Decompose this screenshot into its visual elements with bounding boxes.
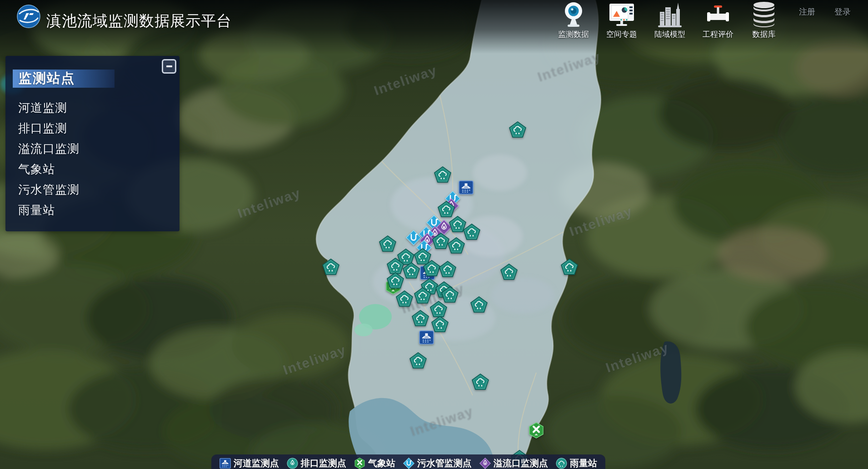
legend-item-weather: 气象站 (354, 457, 395, 469)
map-marker-rain[interactable] (412, 310, 429, 328)
legend-label: 雨量站 (570, 457, 597, 469)
map-marker-rain[interactable] (431, 316, 449, 334)
sewage-pipe-icon (403, 458, 414, 469)
legend-label: 溢流口监测点 (494, 457, 548, 469)
database-icon (751, 1, 777, 28)
overflow-outlet-icon (479, 458, 491, 469)
weather-station-icon (354, 458, 365, 469)
map-marker-rain[interactable] (439, 261, 456, 279)
panel-item-list: 河道监测 排口监测 溢流口监测 气象站 污水管监测 雨量站 (5, 98, 180, 220)
map-marker-rain[interactable] (470, 296, 488, 314)
nav-label: 数据库 (753, 29, 776, 40)
panel-item-rain-gauge-station[interactable]: 雨量站 (5, 200, 180, 220)
login-link[interactable]: 登录 (834, 6, 851, 17)
panel-item-sewage-pipe-monitoring[interactable]: 污水管监测 (5, 180, 180, 200)
outlet-monitoring-icon (287, 458, 298, 469)
panel-item-overflow-monitoring[interactable]: 溢流口监测 (5, 139, 180, 159)
legend-label: 河道监测点 (234, 457, 279, 469)
legend-label: 排口监测点 (301, 457, 346, 469)
register-link[interactable]: 注册 (799, 6, 815, 17)
map-marker-rain[interactable] (472, 374, 489, 392)
map-marker-rain[interactable] (409, 352, 427, 370)
nav-label: 监测数据 (558, 29, 589, 40)
page-title: 滇池流域监测数据展示平台 (46, 11, 232, 31)
map-marker-rain[interactable] (463, 224, 480, 242)
map-marker-rain[interactable] (509, 121, 526, 140)
map-marker-rain[interactable] (414, 287, 431, 305)
panel-title: 监测站点 (19, 70, 75, 88)
nav-label: 工程评价 (703, 29, 733, 40)
valve-icon (706, 1, 730, 28)
legend-item-rain: 雨量站 (556, 457, 597, 469)
legend-label: 污水管监测点 (417, 457, 472, 469)
webcam-icon (561, 1, 586, 28)
auth-links: 注册 登录 (799, 6, 851, 17)
map-marker-rain[interactable] (423, 260, 440, 278)
nav-label: 空间专题 (606, 29, 637, 40)
map-marker-rain[interactable] (500, 264, 518, 282)
map-marker-rain[interactable] (403, 262, 420, 280)
panel-item-outlet-monitoring[interactable]: 排口监测 (5, 118, 180, 139)
panel-item-weather-station[interactable]: 气象站 (5, 159, 180, 180)
top-header-bar: 滇池流域监测数据展示平台 监测数据 (0, 0, 868, 45)
legend-label: 气象站 (368, 457, 395, 469)
panel-minimize-button[interactable] (162, 59, 176, 74)
map-marker-rain[interactable] (432, 233, 449, 251)
map-marker-rain[interactable] (396, 290, 413, 309)
monitor-chart-icon (609, 1, 635, 28)
legend-item-outlet: 排口监测点 (287, 457, 346, 469)
minus-icon (166, 65, 172, 67)
monitoring-stations-panel: 监测站点 河道监测 排口监测 溢流口监测 气象站 污水管监测 雨量站 (5, 56, 180, 231)
map-marker-rain[interactable] (561, 259, 578, 277)
map-marker-rain[interactable] (448, 237, 465, 255)
nav-item-spatial-topics[interactable]: 空间专题 (606, 1, 637, 40)
map-marker-river[interactable] (459, 180, 474, 196)
map-marker-rain[interactable] (387, 272, 404, 290)
panel-item-river-monitoring[interactable]: 河道监测 (5, 98, 180, 118)
nav-label: 陆域模型 (654, 29, 685, 40)
nav-item-database[interactable]: 数据库 (751, 1, 777, 40)
nav-item-monitoring-data[interactable]: 监测数据 (558, 1, 589, 40)
map-legend-bar: 河道监测点 排口监测点 气象站 污水管监测点 溢流口监测点 雨量站 (211, 454, 605, 469)
map-marker-rain[interactable] (434, 166, 451, 185)
map-marker-rain[interactable] (379, 235, 396, 254)
buildings-icon (657, 1, 683, 28)
river-monitoring-icon (219, 458, 231, 469)
main-nav: 监测数据 空间专题 (558, 1, 777, 40)
legend-item-river: 河道监测点 (219, 457, 279, 469)
panel-title-bar: 监测站点 (13, 70, 115, 88)
map-marker-river[interactable] (419, 330, 434, 346)
nav-item-land-model[interactable]: 陆域模型 (654, 1, 685, 40)
nav-item-project-evaluation[interactable]: 工程评价 (703, 1, 733, 40)
legend-item-sewage: 污水管监测点 (403, 457, 472, 469)
app-logo (16, 4, 41, 29)
map-marker-weather[interactable] (529, 422, 544, 440)
map-marker-rain[interactable] (322, 259, 339, 277)
rain-gauge-icon (556, 458, 567, 469)
legend-item-overflow: 溢流口监测点 (479, 457, 548, 469)
